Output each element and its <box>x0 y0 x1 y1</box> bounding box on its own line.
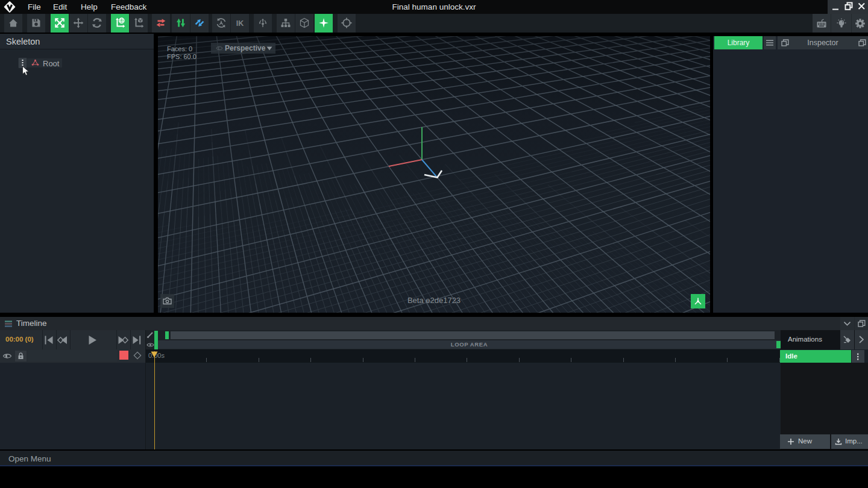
svg-text:IK: IK <box>236 19 244 28</box>
